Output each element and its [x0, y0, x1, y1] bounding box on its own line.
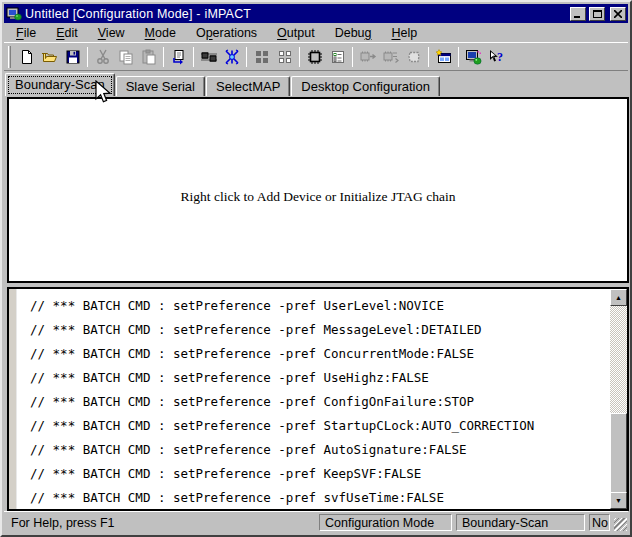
menu-output[interactable]: Output: [271, 24, 321, 42]
app-window: Untitled [Configuration Mode] - iMPACT F…: [0, 0, 632, 537]
log-line: // *** BATCH CMD : setPreference -pref M…: [30, 318, 610, 342]
toolbar-separator: [163, 47, 164, 67]
context-help-icon: ?: [488, 49, 505, 65]
mode-tabs: Boundary-Scan Slave Serial SelectMAP Des…: [5, 72, 628, 96]
log-vertical-scrollbar[interactable]: ▲ ▼: [610, 289, 627, 509]
paste-icon: [141, 49, 157, 65]
tab-slave-serial[interactable]: Slave Serial: [116, 76, 205, 96]
status-pane-tab: Boundary-Scan: [456, 514, 585, 531]
status-message: For Help, press F1: [11, 516, 315, 530]
open-folder-icon: [42, 49, 58, 65]
save-button[interactable]: [61, 46, 84, 68]
initialize-chain-spider-icon: [224, 49, 240, 65]
page-refresh-button[interactable]: [167, 46, 190, 68]
chip-forward-icon: [359, 49, 377, 65]
toolbar-grip[interactable]: [8, 46, 11, 68]
chain-hint-text: Right click to Add Device or Initialize …: [181, 189, 456, 205]
toolbar-separator: [352, 47, 353, 67]
preferences-button[interactable]: [326, 46, 349, 68]
tab-boundary-scan[interactable]: Boundary-Scan: [5, 73, 115, 96]
outline-squares-icon: [277, 49, 293, 65]
menu-file[interactable]: File: [10, 24, 42, 42]
menu-edit[interactable]: Edit: [50, 24, 84, 42]
menu-help[interactable]: Help: [385, 24, 423, 42]
menu-operations[interactable]: Operations: [190, 24, 263, 42]
open-folder-button[interactable]: [38, 46, 61, 68]
toolbar-separator: [458, 47, 459, 67]
context-help-button[interactable]: ?: [485, 46, 508, 68]
tab-label: Desktop Configuration: [301, 79, 430, 94]
outline-squares-button[interactable]: [273, 46, 296, 68]
scroll-up-icon: ▲: [615, 294, 622, 301]
minimize-button[interactable]: [570, 7, 586, 21]
save-floppy-icon: [65, 49, 81, 65]
new-window-button[interactable]: [432, 46, 455, 68]
new-document-button[interactable]: [15, 46, 38, 68]
log-console[interactable]: // *** BATCH CMD : setPreference -pref U…: [7, 287, 629, 511]
device-chain-button[interactable]: [197, 46, 220, 68]
copy-icon: [118, 49, 134, 65]
status-pane-mode: Configuration Mode: [319, 514, 452, 531]
log-lines: // *** BATCH CMD : setPreference -pref U…: [18, 289, 610, 509]
chip-icon: [307, 49, 323, 65]
log-line: // *** BATCH CMD : setPreference -pref U…: [30, 294, 610, 318]
toolbar: ?: [4, 42, 628, 71]
log-margin: [9, 289, 17, 509]
cable-monitor-icon: [465, 49, 482, 65]
copy-button[interactable]: [114, 46, 137, 68]
tab-desktop-configuration[interactable]: Desktop Configuration: [291, 76, 440, 96]
app-icon: [6, 6, 22, 22]
tab-label: Boundary-Scan: [15, 77, 105, 92]
chip-button[interactable]: [303, 46, 326, 68]
chip-outline-icon: [406, 49, 422, 65]
titlebar[interactable]: Untitled [Configuration Mode] - iMPACT: [4, 4, 628, 23]
new-document-icon: [19, 49, 35, 65]
device-chain-icon: [200, 49, 218, 65]
cable-setup-button[interactable]: [462, 46, 485, 68]
new-window-star-icon: [435, 49, 452, 65]
initialize-chain-button[interactable]: [220, 46, 243, 68]
menu-debug[interactable]: Debug: [329, 24, 378, 42]
filled-squares-icon: [254, 49, 270, 65]
log-line: // *** BATCH CMD : setPreference -pref C…: [30, 390, 610, 414]
page-refresh-icon: [171, 49, 187, 65]
chip-forward-button[interactable]: [356, 46, 379, 68]
close-icon: [614, 10, 622, 18]
minimize-icon: [574, 10, 582, 18]
toolbar-separator: [193, 47, 194, 67]
log-line: // *** BATCH CMD : setPreference -pref s…: [30, 486, 610, 509]
preferences-list-icon: [330, 49, 346, 65]
chip-forward-alt-icon: [382, 49, 400, 65]
chip-forward-alt-button[interactable]: [379, 46, 402, 68]
toolbar-separator: [87, 47, 88, 67]
maximize-icon: [593, 9, 602, 18]
cut-icon: [95, 49, 111, 65]
window-title: Untitled [Configuration Mode] - iMPACT: [25, 7, 567, 21]
tab-label: Slave Serial: [126, 79, 195, 94]
scroll-down-icon: ▼: [615, 497, 622, 504]
close-button[interactable]: [610, 7, 626, 21]
scroll-down-button[interactable]: ▼: [610, 492, 627, 509]
menu-mode[interactable]: Mode: [139, 24, 182, 42]
filled-squares-button[interactable]: [250, 46, 273, 68]
status-pane-flag: No: [589, 514, 610, 531]
maximize-button[interactable]: [589, 7, 605, 21]
toolbar-separator: [246, 47, 247, 67]
menu-view[interactable]: View: [92, 24, 131, 42]
chip-outline-button[interactable]: [402, 46, 425, 68]
toolbar-separator: [428, 47, 429, 67]
tab-selectmap[interactable]: SelectMAP: [206, 76, 290, 96]
menubar: File Edit View Mode Operations Output De…: [4, 23, 628, 42]
jtag-chain-canvas[interactable]: Right click to Add Device or Initialize …: [7, 97, 629, 283]
tab-label: SelectMAP: [216, 79, 280, 94]
scroll-up-button[interactable]: ▲: [610, 289, 627, 306]
log-line: // *** BATCH CMD : setPreference -pref S…: [30, 414, 610, 438]
paste-button[interactable]: [137, 46, 160, 68]
log-line: // *** BATCH CMD : setPreference -pref U…: [30, 366, 610, 390]
resize-grip[interactable]: [614, 518, 627, 531]
scroll-thumb[interactable]: [610, 413, 627, 493]
statusbar: For Help, press F1 Configuration Mode Bo…: [4, 511, 628, 533]
cut-button[interactable]: [91, 46, 114, 68]
log-line: // *** BATCH CMD : setPreference -pref K…: [30, 462, 610, 486]
toolbar-separator: [299, 47, 300, 67]
